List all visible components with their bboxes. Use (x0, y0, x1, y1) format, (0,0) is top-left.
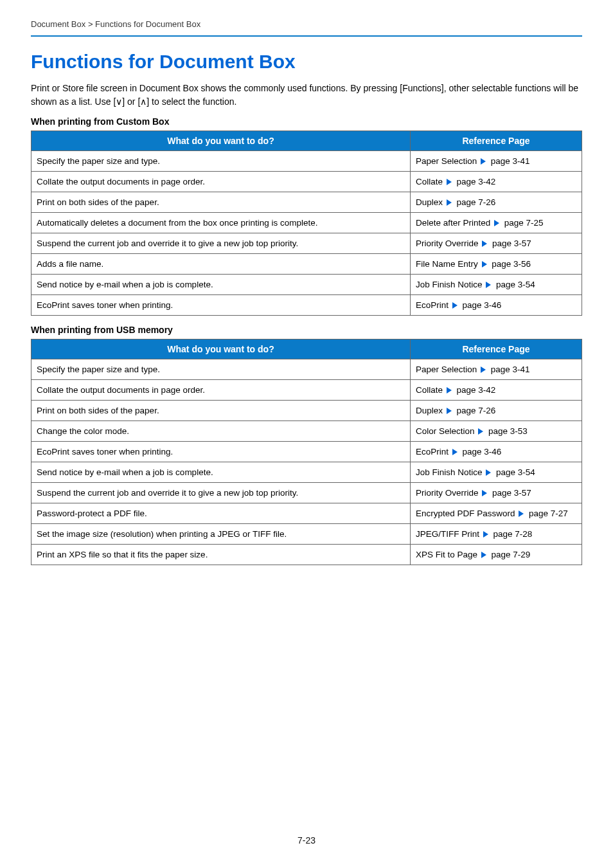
reference-name: JPEG/TIFF Print (416, 529, 482, 539)
play-arrow-icon (482, 240, 487, 247)
table-row: Password-protect a PDF file.Encrypted PD… (31, 503, 582, 524)
table-row: Automatically deletes a document from th… (31, 213, 582, 233)
reference-name: Collate (416, 385, 445, 395)
reference-name: Color Selection (416, 426, 477, 436)
reference-cell[interactable]: Color Selection page 3-53 (411, 421, 582, 442)
play-arrow-icon (519, 511, 524, 517)
intro-text-c: ] to select the function. (147, 96, 236, 107)
chevron-up-icon: ∧ (140, 96, 147, 107)
reference-page-num: page 3-53 (486, 426, 528, 436)
task-cell: EcoPrint saves toner when printing. (31, 295, 411, 316)
table-custom-box: What do you want to do? Reference Page S… (31, 131, 582, 316)
reference-cell[interactable]: Job Finish Notice page 3-54 (411, 462, 582, 483)
breadcrumb-sep: > (88, 19, 93, 29)
task-cell: Collate the output documents in page ord… (31, 172, 411, 192)
reference-page-num: page 7-25 (502, 218, 544, 228)
play-arrow-icon (478, 428, 483, 435)
reference-cell[interactable]: Paper Selection page 3-41 (411, 151, 582, 172)
reference-cell[interactable]: Collate page 3-42 (411, 380, 582, 401)
play-arrow-icon (481, 158, 486, 165)
reference-cell[interactable]: JPEG/TIFF Print page 7-28 (411, 524, 582, 545)
table-row: Specify the paper size and type.Paper Se… (31, 151, 582, 172)
col-header-task: What do you want to do? (31, 131, 411, 151)
col-header-reference: Reference Page (411, 131, 582, 151)
play-arrow-icon (482, 490, 487, 496)
task-cell: EcoPrint saves toner when printing. (31, 442, 411, 462)
table-row: Print on both sides of the paper.Duplex … (31, 192, 582, 213)
section1-heading: When printing from Custom Box (31, 116, 582, 127)
page-container: Document Box > Functions for Document Bo… (0, 0, 613, 865)
reference-page-num: page 3-57 (490, 239, 531, 248)
reference-page-num: page 3-42 (454, 177, 496, 186)
reference-page-num: page 3-46 (460, 447, 502, 457)
intro-text-a: Print or Store file screen in Document B… (31, 83, 578, 107)
table-row: Send notice by e-mail when a job is comp… (31, 462, 582, 483)
reference-cell[interactable]: File Name Entry page 3-56 (411, 254, 582, 275)
reference-page-num: page 7-29 (489, 550, 531, 559)
reference-cell[interactable]: Paper Selection page 3-41 (411, 359, 582, 380)
table-row: Collate the output documents in page ord… (31, 380, 582, 401)
reference-name: Delete after Printed (416, 218, 493, 228)
table-row: EcoPrint saves toner when printing.EcoPr… (31, 295, 582, 316)
reference-cell[interactable]: Duplex page 7-26 (411, 401, 582, 421)
table-row: Set the image size (resolution) when pri… (31, 524, 582, 545)
reference-name: Priority Override (416, 239, 481, 248)
table1-body: Specify the paper size and type.Paper Se… (31, 151, 582, 316)
table-usb-memory: What do you want to do? Reference Page S… (31, 339, 582, 565)
play-arrow-icon (482, 261, 487, 267)
play-arrow-icon (481, 552, 486, 558)
reference-cell[interactable]: Job Finish Notice page 3-54 (411, 275, 582, 295)
breadcrumb-page: Functions for Document Box (95, 19, 200, 29)
play-arrow-icon (447, 408, 452, 414)
breadcrumb: Document Box > Functions for Document Bo… (31, 19, 582, 35)
table-row: Collate the output documents in page ord… (31, 172, 582, 192)
task-cell: Send notice by e-mail when a job is comp… (31, 462, 411, 483)
task-cell: Print an XPS file so that it fits the pa… (31, 545, 411, 565)
reference-page-num: page 3-41 (488, 365, 530, 374)
play-arrow-icon (483, 531, 488, 538)
task-cell: Adds a file name. (31, 254, 411, 275)
breadcrumb-section: Document Box (31, 19, 85, 29)
task-cell: Print on both sides of the paper. (31, 401, 411, 421)
reference-cell[interactable]: Encrypted PDF Password page 7-27 (411, 503, 582, 524)
task-cell: Suspend the current job and override it … (31, 483, 411, 503)
task-cell: Print on both sides of the paper. (31, 192, 411, 213)
section2-heading: When printing from USB memory (31, 325, 582, 335)
reference-cell[interactable]: Priority Override page 3-57 (411, 233, 582, 254)
reference-cell[interactable]: Delete after Printed page 7-25 (411, 213, 582, 233)
page-title: Functions for Document Box (31, 51, 582, 73)
table-row: Adds a file name.File Name Entry page 3-… (31, 254, 582, 275)
reference-page-num: page 7-27 (526, 509, 568, 518)
reference-cell[interactable]: XPS Fit to Page page 7-29 (411, 545, 582, 565)
reference-page-num: page 3-41 (488, 156, 530, 166)
reference-page-num: page 3-57 (490, 488, 531, 498)
col-header-reference: Reference Page (411, 339, 582, 359)
reference-name: Encrypted PDF Password (416, 509, 517, 518)
play-arrow-icon (486, 282, 491, 288)
col-header-task: What do you want to do? (31, 339, 411, 359)
table-row: Change the color mode.Color Selection pa… (31, 421, 582, 442)
table-header-row: What do you want to do? Reference Page (31, 339, 582, 359)
reference-name: Priority Override (416, 488, 481, 498)
intro-text-b: ] or [ (122, 96, 140, 107)
reference-name: XPS Fit to Page (416, 550, 480, 559)
task-cell: Collate the output documents in page ord… (31, 380, 411, 401)
reference-cell[interactable]: Collate page 3-42 (411, 172, 582, 192)
task-cell: Specify the paper size and type. (31, 359, 411, 380)
reference-name: Job Finish Notice (416, 467, 484, 477)
page-number: 7-23 (31, 835, 582, 865)
task-cell: Change the color mode. (31, 421, 411, 442)
task-cell: Send notice by e-mail when a job is comp… (31, 275, 411, 295)
reference-name: Job Finish Notice (416, 280, 484, 289)
reference-cell[interactable]: Duplex page 7-26 (411, 192, 582, 213)
reference-cell[interactable]: EcoPrint page 3-46 (411, 442, 582, 462)
task-cell: Suspend the current job and override it … (31, 233, 411, 254)
reference-page-num: page 3-42 (454, 385, 496, 395)
play-arrow-icon (486, 469, 491, 476)
reference-cell[interactable]: Priority Override page 3-57 (411, 483, 582, 503)
reference-page-num: page 7-28 (491, 529, 533, 539)
header-rule (31, 35, 582, 37)
reference-cell[interactable]: EcoPrint page 3-46 (411, 295, 582, 316)
reference-name: EcoPrint (416, 300, 451, 310)
table-row: Print on both sides of the paper.Duplex … (31, 401, 582, 421)
